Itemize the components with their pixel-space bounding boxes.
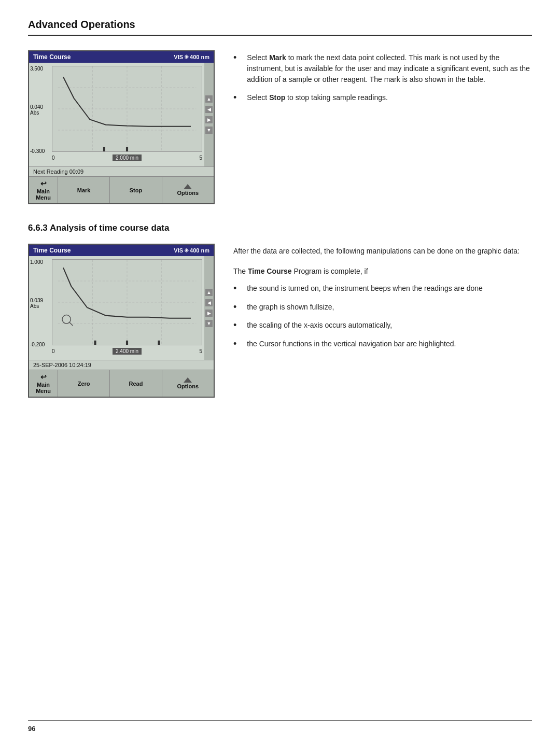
page-footer: 96: [28, 720, 532, 733]
screen-title-bar-1: Time Course VIS ✳ 400 nm: [29, 51, 214, 63]
read-btn-2[interactable]: Read: [110, 370, 162, 397]
s2-bullet-3: the scaling of the x-axis occurs automat…: [233, 320, 532, 331]
section-1: Time Course VIS ✳ 400 nm 3.500 0.040Abs: [28, 50, 532, 204]
section-2-right: After the data are collected, the follow…: [233, 244, 532, 398]
nav-right-btn-2[interactable]: ▶: [205, 310, 213, 317]
bullet-item-1: Select Mark to mark the next data point …: [233, 52, 532, 85]
zero-btn-2[interactable]: Zero: [58, 370, 110, 397]
screen-body-2: 1.000 0.039Abs -0.200: [29, 256, 214, 360]
x-labels-2: 0 2.400 min 5: [52, 348, 202, 355]
options-btn-1[interactable]: Options: [162, 177, 214, 203]
y-labels-2: 1.000 0.039Abs -0.200: [30, 259, 45, 347]
info-bar-2: 25-SEP-2006 10:24:19: [29, 360, 214, 370]
screen-title-1: Time Course: [33, 53, 71, 61]
button-bar-2: ↩ MainMenu Zero Read Options: [29, 370, 214, 397]
nav-left-btn-2[interactable]: ◀: [205, 299, 213, 306]
section-2-layout: Time Course VIS ✳ 400 nm 1.000: [28, 244, 532, 398]
graph-area-1: 3.500 0.040Abs -0.300: [29, 63, 204, 166]
y-labels-1: 3.500 0.040Abs -0.300: [30, 66, 45, 154]
main-menu-btn-1[interactable]: ↩ MainMenu: [29, 177, 58, 203]
stop-btn-1[interactable]: Stop: [110, 177, 162, 203]
options-triangle-2: [184, 377, 192, 383]
nav-down-btn-2[interactable]: ▼: [205, 320, 213, 327]
screen-body-1: 3.500 0.040Abs -0.300: [29, 63, 214, 166]
graph-canvas-1: [52, 66, 202, 152]
bullet-list-2: the sound is turned on, the instrument b…: [233, 283, 532, 349]
screen-title-2: Time Course: [33, 247, 71, 254]
section-2-intro: After the data are collected, the follow…: [233, 246, 532, 257]
section-2: 6.6.3 Analysis of time course data Time …: [28, 223, 532, 398]
instrument-screen-2: Time Course VIS ✳ 400 nm 1.000: [28, 244, 215, 398]
s2-bullet-1: the sound is turned on, the instrument b…: [233, 283, 532, 294]
s2-bullet-2: the graph is shown fullsize,: [233, 302, 532, 313]
nav-up-btn-2[interactable]: ▲: [205, 289, 213, 296]
screen-2-container: Time Course VIS ✳ 400 nm 1.000: [28, 244, 215, 398]
info-bar-1: Next Reading 00:09: [29, 166, 214, 176]
page-container: Advanced Operations Time Course VIS ✳ 40…: [0, 0, 560, 447]
nav-left-btn-1[interactable]: ◀: [205, 106, 213, 113]
svg-rect-6: [103, 147, 105, 151]
svg-rect-15: [126, 341, 128, 345]
nav-right-btn-1[interactable]: ▶: [205, 116, 213, 123]
section-1-bullets: Select Mark to mark the next data point …: [233, 50, 532, 204]
svg-rect-14: [94, 341, 96, 345]
nav-bar-1: ▲ ◀ ▶ ▼: [204, 63, 214, 166]
page-header: Advanced Operations: [28, 19, 532, 36]
s2-bullet-4: the Cursor functions in the vertical nav…: [233, 339, 532, 350]
screen-title-bar-2: Time Course VIS ✳ 400 nm: [29, 245, 214, 256]
graph-canvas-2: [52, 259, 202, 345]
bullet-item-2: Select Stop to stop taking sample readin…: [233, 92, 532, 104]
nav-bar-2: ▲ ◀ ▶ ▼: [204, 256, 214, 360]
section-2-heading: 6.6.3 Analysis of time course data: [28, 223, 532, 233]
svg-point-17: [62, 315, 71, 324]
svg-line-18: [69, 322, 73, 326]
nav-down-btn-1[interactable]: ▼: [205, 126, 213, 134]
button-bar-1: ↩ MainMenu Mark Stop Options: [29, 176, 214, 203]
page-title: Advanced Operations: [28, 19, 532, 31]
page-number: 96: [28, 725, 35, 733]
vis-icon-1: VIS ✳ 400 nm: [174, 54, 209, 61]
mark-btn-1[interactable]: Mark: [58, 177, 110, 203]
options-triangle-1: [184, 184, 192, 189]
options-btn-2[interactable]: Options: [162, 370, 214, 397]
graph-area-2: 1.000 0.039Abs -0.200: [29, 256, 204, 360]
main-menu-btn-2[interactable]: ↩ MainMenu: [29, 370, 58, 397]
bullet-list-1: Select Mark to mark the next data point …: [233, 52, 532, 104]
svg-rect-16: [158, 341, 160, 345]
time-course-strong: Time Course: [248, 267, 292, 275]
instrument-screen-1: Time Course VIS ✳ 400 nm 3.500 0.040Abs: [28, 50, 215, 204]
vis-icon-2: VIS ✳ 400 nm: [174, 247, 209, 254]
graph-svg-1: [52, 66, 202, 151]
x-labels-1: 0 2.000 min 5: [52, 154, 202, 161]
time-course-complete-label: The Time Course Program is complete, if: [233, 266, 532, 277]
screen-1-container: Time Course VIS ✳ 400 nm 3.500 0.040Abs: [28, 50, 215, 204]
nav-up-btn-1[interactable]: ▲: [205, 95, 213, 103]
graph-svg-2: [52, 260, 202, 345]
svg-rect-7: [126, 147, 128, 151]
